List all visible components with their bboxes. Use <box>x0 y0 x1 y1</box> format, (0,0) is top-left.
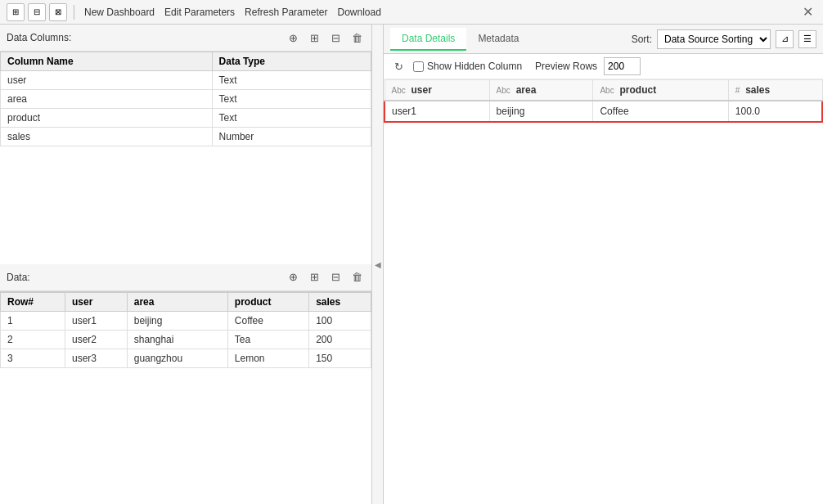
table-row[interactable]: 1user1beijingCoffee100 <box>1 311 371 330</box>
column-icon2[interactable]: ⊞ <box>306 29 322 46</box>
main-toolbar: ⊞ ⊟ ⊠ New Dashboard Edit Parameters Refr… <box>0 0 823 25</box>
col-header-name: Column Name <box>1 52 213 71</box>
refresh-parameter-button[interactable]: Refresh Parameter <box>241 5 331 20</box>
columns-section: Column Name Data Type userTextareaTextpr… <box>0 52 371 264</box>
data-icon2[interactable]: ⊞ <box>306 269 322 286</box>
add-column-button[interactable]: ⊕ <box>285 29 301 46</box>
table-row[interactable]: user1beijingCoffee100.0 <box>385 101 822 122</box>
new-dashboard-button[interactable]: New Dashboard <box>81 5 158 20</box>
table-row[interactable]: userText <box>1 71 371 90</box>
close-button[interactable]: ✕ <box>799 4 816 20</box>
data-section: Row#userareaproductsales 1user1beijingCo… <box>0 291 371 505</box>
data-table-header-row: Row#userareaproductsales <box>1 292 371 311</box>
table-row[interactable]: salesNumber <box>1 128 371 146</box>
columns-table-header-row: Column Name Data Type <box>1 52 371 71</box>
settings-icon-button[interactable]: ☰ <box>798 30 816 48</box>
details-header-cell: # sales <box>728 80 822 101</box>
edit-parameters-button[interactable]: Edit Parameters <box>161 5 238 20</box>
tab-metadata[interactable]: Metadata <box>466 28 530 51</box>
details-header-cell: Abc area <box>489 80 593 101</box>
data-label: Data: <box>7 272 280 283</box>
table-row[interactable]: areaText <box>1 90 371 109</box>
filter-icon-button[interactable]: ⊿ <box>776 30 794 48</box>
tab-data-details[interactable]: Data Details <box>390 28 466 51</box>
main-container: Data Columns: ⊕ ⊞ ⊟ 🗑 Column Name Data T… <box>0 25 823 504</box>
show-hidden-label[interactable]: Show Hidden Column <box>413 61 522 72</box>
add-data-button[interactable]: ⊕ <box>285 269 301 286</box>
preview-rows-input[interactable]: 200 <box>604 57 641 75</box>
show-hidden-checkbox[interactable] <box>413 61 424 72</box>
toolbar-icon2[interactable]: ⊟ <box>28 3 46 21</box>
delete-column-button[interactable]: 🗑 <box>349 29 365 46</box>
details-table: Abc userAbc areaAbc product# sales user1… <box>384 79 823 123</box>
details-container: Abc userAbc areaAbc product# sales user1… <box>384 79 823 504</box>
preview-rows-label: Preview Rows <box>535 61 597 72</box>
sort-select[interactable]: Data Source SortingAscendingDescending <box>657 29 771 49</box>
collapse-arrow[interactable]: ◀ <box>372 25 384 504</box>
refresh-data-button[interactable]: ↻ <box>390 58 407 74</box>
tabs-bar: Data Details Metadata Sort: Data Source … <box>384 25 823 54</box>
details-header-cell: Abc user <box>385 80 489 101</box>
data-table: Row#userareaproductsales 1user1beijingCo… <box>0 292 371 368</box>
data-section-header: Data: ⊕ ⊞ ⊟ 🗑 <box>0 264 371 291</box>
data-icon3[interactable]: ⊟ <box>327 269 344 286</box>
table-row[interactable]: 3user3guangzhouLemon150 <box>1 349 371 367</box>
details-header-cell: Abc product <box>593 80 728 101</box>
table-row[interactable]: productText <box>1 109 371 128</box>
left-panel: Data Columns: ⊕ ⊞ ⊟ 🗑 Column Name Data T… <box>0 25 372 504</box>
show-hidden-text: Show Hidden Column <box>427 61 522 72</box>
table-row[interactable]: 2user2shanghaiTea200 <box>1 330 371 349</box>
data-toolbar: ↻ Show Hidden Column Preview Rows 200 <box>384 54 823 79</box>
details-header-row: Abc userAbc areaAbc product# sales <box>385 80 822 101</box>
columns-table: Column Name Data Type userTextareaTextpr… <box>0 52 371 146</box>
columns-label: Data Columns: <box>7 32 280 43</box>
toolbar-icon1[interactable]: ⊞ <box>7 3 25 21</box>
col-header-type: Data Type <box>212 52 371 71</box>
column-icon3[interactable]: ⊟ <box>327 29 344 46</box>
right-panel: Data Details Metadata Sort: Data Source … <box>384 25 823 504</box>
delete-data-button[interactable]: 🗑 <box>349 269 365 286</box>
toolbar-divider1 <box>74 5 74 20</box>
tabs-right: Sort: Data Source SortingAscendingDescen… <box>632 29 816 49</box>
columns-section-header: Data Columns: ⊕ ⊞ ⊟ 🗑 <box>0 25 371 52</box>
download-button[interactable]: Download <box>334 5 384 20</box>
toolbar-icon3[interactable]: ⊠ <box>49 3 67 21</box>
sort-label: Sort: <box>632 34 652 45</box>
